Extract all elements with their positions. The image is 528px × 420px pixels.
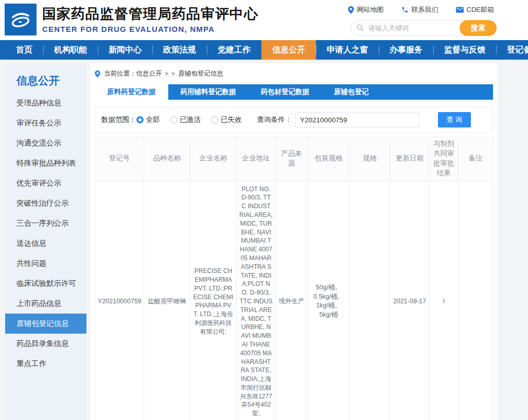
nav-item-news[interactable]: 新闻中心 <box>98 40 152 60</box>
cell-update-date: 2021-09-17 <box>390 180 430 420</box>
search-icon <box>356 24 364 32</box>
cell-company-address: PLOT NO. D-90/3, TTC INDUSTRIAL AREA, MI… <box>237 180 276 420</box>
col-variety-name: 品种名称 <box>144 137 190 181</box>
breadcrumb-pin-icon <box>95 70 100 78</box>
radio-expired[interactable]: 已失效 <box>211 115 242 124</box>
page-body: 信息公开 受理品种信息 审评任务公示 沟通交流公示 特殊审批品种列表 优先审评公… <box>0 60 528 420</box>
nav-item-registration-platform[interactable]: 登记备案平台 <box>496 40 528 60</box>
site-subtitle: CENTER FOR DRUG EVALUATION, NMPA <box>42 25 258 33</box>
radio-activated-label: 已激活 <box>180 115 201 124</box>
table-header-row: 登记号 品种名称 企业名称 企业地址 产品来源 包装规格 规格 更新日期 与制剂… <box>95 137 493 181</box>
header-searchbar: 搜索 <box>350 20 497 36</box>
sidebar-item-common-issues[interactable]: 共性问题 <box>5 253 86 273</box>
location-pin-icon <box>348 6 354 14</box>
cde-mail-link[interactable]: CDE邮箱 <box>456 5 494 14</box>
cde-logo-icon[interactable] <box>5 4 37 35</box>
site-titles: 国家药品监督管理局药品审评中心 CENTER FOR DRUG EVALUATI… <box>42 5 258 33</box>
sidebar-item-accepted-varieties[interactable]: 受理品种信息 <box>5 93 86 113</box>
table-row: Y20210000759 盐酸萘甲唑啉 PRECISE CHEMIPHARMA … <box>95 180 493 420</box>
cell-packaging-spec: 50g/桶。0.5kg/桶。1kg/桶。5kg/桶 <box>308 180 350 420</box>
nav-item-services[interactable]: 办事服务 <box>379 40 433 60</box>
sitemap-link[interactable]: 网站地图 <box>348 5 384 14</box>
radio-all[interactable]: 全部 <box>136 115 160 124</box>
nav-item-applicant-window[interactable]: 申请人之窗 <box>316 40 379 60</box>
col-spec: 规格 <box>350 137 390 181</box>
nav-item-info-disclosure[interactable]: 信息公开 <box>261 40 316 60</box>
tab-packaging-registration[interactable]: 药包材登记数据 <box>249 84 322 100</box>
col-packaging-spec: 包装规格 <box>308 137 350 181</box>
col-joint-approval-result: 与制剂共同审批审批结果 <box>430 137 459 181</box>
sidebar-item-priority-review[interactable]: 优先审评公示 <box>5 173 86 193</box>
cell-joint-approval-result: I <box>430 180 459 420</box>
query-condition-label: 查询条件： <box>257 115 292 124</box>
radio-all-dot <box>136 116 144 123</box>
sidebar-item-key-work[interactable]: 重点工作 <box>5 354 86 374</box>
contact-link[interactable]: 联系我们 <box>401 5 438 14</box>
site-title: 国家药品监督管理局药品审评中心 <box>42 5 258 23</box>
cell-company-name: PRECISE CHEMIPHARMA PVT. LTD.;PRECISE CH… <box>190 180 237 420</box>
sidebar-item-raw-material-registration[interactable]: 原辅包登记信息 <box>5 314 86 334</box>
cell-product-source: 境外生产 <box>276 180 308 420</box>
search-button[interactable]: 搜索 <box>460 20 497 36</box>
sitemap-link-label: 网站地图 <box>357 5 384 14</box>
tab-bar: 原料药登记数据 药用辅料登记数据 药包材登记数据 原辅包登记 <box>95 84 493 100</box>
query-condition-input[interactable] <box>295 113 419 127</box>
cde-mail-link-label: CDE邮箱 <box>467 5 494 14</box>
nav-item-policies[interactable]: 政策法规 <box>152 40 207 60</box>
nav-item-supervision[interactable]: 监督与反馈 <box>433 40 496 60</box>
nav-item-party[interactable]: 党建工作 <box>207 40 261 60</box>
col-registration-no: 登记号 <box>95 137 144 181</box>
scope-label: 数据范围： <box>101 115 136 124</box>
logo-swirl-icon <box>8 7 33 32</box>
nav-item-home[interactable]: 首页 <box>5 40 43 60</box>
breadcrumb-text: 当前位置：信息公开 ＞＞ 原辅包登记信息 <box>104 69 223 78</box>
header-quick-links: 网站地图 联系我们 CDE邮箱 <box>348 5 494 14</box>
col-product-source: 产品来源 <box>276 137 308 181</box>
col-company-name: 企业名称 <box>190 137 237 181</box>
cell-remarks <box>459 180 493 420</box>
sidebar: 信息公开 受理品种信息 审评任务公示 沟通交流公示 特殊审批品种列表 优先审评公… <box>5 63 86 420</box>
cell-variety-name: 盐酸萘甲唑啉 <box>144 180 190 420</box>
results-table: 登记号 品种名称 企业名称 企业地址 产品来源 包装规格 规格 更新日期 与制剂… <box>95 137 493 420</box>
sidebar-item-marketed-drugs[interactable]: 上市药品信息 <box>5 294 86 314</box>
sidebar-item-three-in-one[interactable]: 三合一序列公示 <box>5 213 86 233</box>
cell-spec <box>350 180 390 420</box>
sidebar-title: 信息公开 <box>5 63 86 93</box>
breadcrumb: 当前位置：信息公开 ＞＞ 原辅包登记信息 <box>95 68 493 84</box>
tab-raw-material-registration[interactable]: 原辅包登记 <box>322 84 381 100</box>
mail-icon <box>456 7 464 13</box>
col-remarks: 备注 <box>459 137 493 181</box>
phone-icon <box>401 6 409 13</box>
sidebar-item-delivery-info[interactable]: 送达信息 <box>5 233 86 253</box>
site-header: 国家药品监督管理局药品审评中心 CENTER FOR DRUG EVALUATI… <box>0 0 528 40</box>
sidebar-item-drug-catalog[interactable]: 药品目录集信息 <box>5 334 86 354</box>
filter-bar: 数据范围： 全部 已激活 已失效 查询条件： 查 询 <box>95 107 493 133</box>
sidebar-item-review-tasks[interactable]: 审评任务公示 <box>5 113 86 133</box>
col-update-date: 更新日期 <box>390 137 430 181</box>
sidebar-item-breakthrough-therapy[interactable]: 突破性治疗公示 <box>5 193 86 213</box>
radio-expired-dot <box>211 116 218 123</box>
sidebar-item-special-approval[interactable]: 特殊审批品种列表 <box>5 153 86 173</box>
col-company-address: 企业地址 <box>237 137 276 181</box>
sidebar-item-clinical-trial-permission[interactable]: 临床试验默示许可 <box>5 273 86 294</box>
cell-registration-no: Y20210000759 <box>95 180 144 420</box>
tab-api-registration[interactable]: 原料药登记数据 <box>95 84 168 100</box>
nav-item-functions[interactable]: 机构职能 <box>43 40 98 60</box>
main-content: 当前位置：信息公开 ＞＞ 原辅包登记信息 原料药登记数据 药用辅料登记数据 药包… <box>91 63 497 420</box>
main-nav: 首页 机构职能 新闻中心 政策法规 党建工作 信息公开 申请人之窗 办事服务 监… <box>0 40 528 60</box>
tab-excipient-registration[interactable]: 药用辅料登记数据 <box>168 84 249 100</box>
radio-activated-dot <box>170 116 178 123</box>
contact-link-label: 联系我们 <box>412 5 438 14</box>
query-button[interactable]: 查 询 <box>438 112 471 127</box>
sidebar-item-communication[interactable]: 沟通交流公示 <box>5 133 86 153</box>
radio-activated[interactable]: 已激活 <box>170 115 201 124</box>
radio-all-label: 全部 <box>146 115 160 124</box>
radio-expired-label: 已失效 <box>221 115 242 124</box>
